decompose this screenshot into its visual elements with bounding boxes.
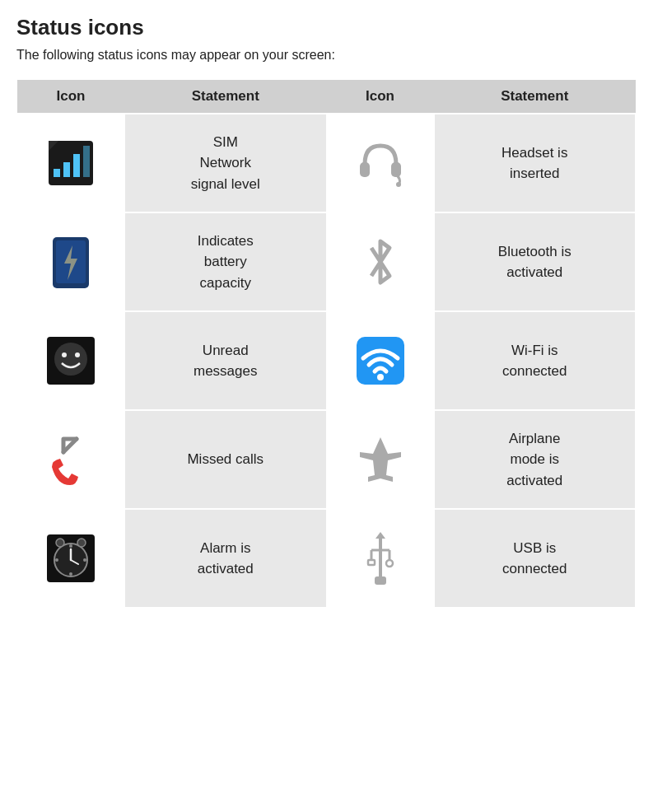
statement-sim: SIMNetworksignal level — [124, 114, 327, 212]
bluetooth-icon-cell — [327, 212, 434, 311]
col-header-statement2: Statement — [434, 80, 637, 114]
table-row: Indicatesbatterycapacity Bluetooth isact… — [17, 212, 636, 311]
statement-airplane: Airplanemode isactivated — [434, 410, 637, 509]
alarm-icon — [45, 533, 96, 584]
svg-marker-35 — [375, 532, 385, 539]
battery-icon-cell — [17, 212, 124, 311]
table-row: Missed calls Airplanemode isactivated — [17, 410, 636, 509]
svg-rect-6 — [360, 162, 370, 177]
svg-rect-4 — [83, 146, 90, 177]
missed-call-icon — [45, 431, 96, 488]
svg-point-13 — [54, 343, 87, 376]
statement-usb: USB isconnected — [434, 509, 637, 608]
svg-point-15 — [75, 352, 80, 357]
page-intro: The following status icons may appear on… — [16, 45, 637, 65]
svg-point-22 — [83, 558, 86, 562]
svg-point-14 — [62, 352, 67, 357]
svg-point-27 — [56, 539, 64, 547]
sim-network-icon-cell — [17, 114, 124, 212]
svg-rect-3 — [73, 154, 80, 177]
headset-icon-cell — [327, 114, 434, 212]
svg-rect-1 — [54, 169, 60, 177]
statement-headset: Headset isinserted — [434, 114, 637, 212]
page-title: Status icons — [16, 15, 637, 40]
svg-point-21 — [69, 544, 72, 548]
col-header-icon2: Icon — [327, 80, 434, 114]
svg-point-23 — [69, 572, 72, 576]
statement-bluetooth: Bluetooth isactivated — [434, 212, 637, 311]
message-icon — [45, 335, 96, 386]
statement-alarm: Alarm isactivated — [124, 509, 327, 608]
status-icons-table: Icon Statement Icon Statement — [16, 80, 637, 609]
table-row: Alarm isactivated — [17, 509, 636, 608]
statement-wifi: Wi-Fi isconnected — [434, 311, 637, 410]
svg-point-24 — [55, 558, 58, 562]
statement-missed-call: Missed calls — [124, 410, 327, 509]
col-header-statement1: Statement — [124, 80, 327, 114]
bluetooth-icon — [363, 236, 398, 287]
statement-battery: Indicatesbatterycapacity — [124, 212, 327, 311]
statement-message: Unreadmessages — [124, 311, 327, 410]
svg-rect-2 — [63, 162, 70, 177]
usb-icon — [363, 530, 398, 586]
svg-rect-32 — [368, 560, 375, 565]
table-row: Unreadmessages Wi-Fi isconnected — [17, 311, 636, 410]
airplane-icon-cell — [327, 410, 434, 509]
battery-icon — [49, 234, 92, 290]
wifi-icon-cell — [327, 311, 434, 410]
sim-network-icon — [45, 138, 96, 189]
table-row: SIMNetworksignal level — [17, 114, 636, 212]
missed-call-icon-cell — [17, 410, 124, 509]
airplane-icon — [357, 434, 404, 485]
svg-point-8 — [396, 182, 401, 187]
message-icon-cell — [17, 311, 124, 410]
usb-icon-cell — [327, 509, 434, 608]
svg-rect-11 — [56, 240, 86, 283]
headset-icon — [355, 138, 406, 189]
svg-point-17 — [377, 374, 384, 380]
svg-point-28 — [77, 539, 86, 547]
wifi-icon — [355, 335, 406, 386]
svg-point-34 — [386, 560, 393, 567]
svg-rect-36 — [375, 576, 386, 585]
alarm-icon-cell — [17, 509, 124, 608]
col-header-icon1: Icon — [17, 80, 124, 114]
